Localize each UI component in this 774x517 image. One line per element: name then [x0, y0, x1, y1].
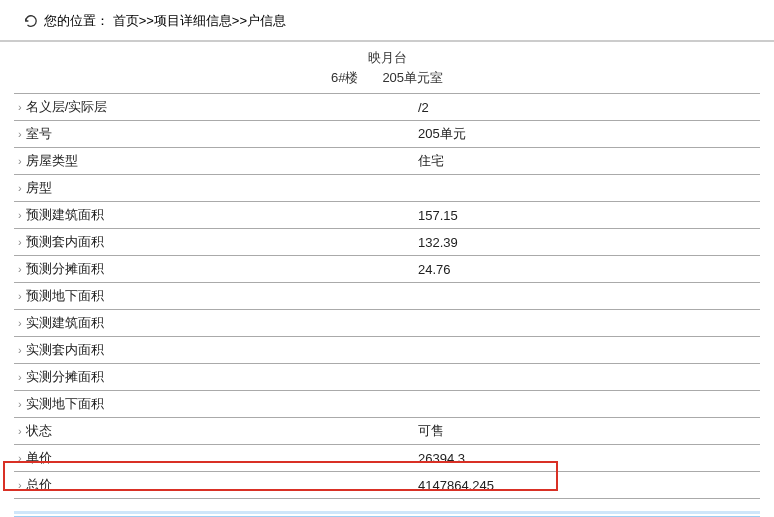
- row-marker-icon: ›: [18, 263, 22, 275]
- row-label: 预测地下面积: [26, 288, 104, 303]
- row-label-cell: ›总价: [14, 472, 414, 499]
- row-label-cell: ›名义层/实际层: [14, 94, 414, 121]
- row-label: 总价: [26, 477, 52, 492]
- breadcrumb-sep1: >>: [139, 13, 154, 28]
- table-row: ›室号 205单元: [14, 121, 760, 148]
- table-header: 映月台 6#楼205单元室: [14, 42, 760, 94]
- table-row: ›预测分摊面积 24.76: [14, 256, 760, 283]
- row-label-cell: ›实测地下面积: [14, 391, 414, 418]
- breadcrumb-text: 您的位置： 首页>>项目详细信息>>户信息: [44, 12, 286, 30]
- breadcrumb-prefix: 您的位置：: [44, 13, 109, 28]
- row-label: 名义层/实际层: [26, 99, 108, 114]
- row-marker-icon: ›: [18, 101, 22, 113]
- row-value: 住宅: [414, 148, 760, 175]
- row-label: 房屋类型: [26, 153, 78, 168]
- footer-bars: [0, 511, 774, 517]
- row-label: 单价: [26, 450, 52, 465]
- row-label-cell: ›预测分摊面积: [14, 256, 414, 283]
- row-value: 4147864.245: [414, 472, 760, 499]
- breadcrumb-unit[interactable]: 户信息: [247, 13, 286, 28]
- table-row-highlighted: ›单价 26394.3: [14, 445, 760, 472]
- row-marker-icon: ›: [18, 371, 22, 383]
- row-label-cell: ›预测地下面积: [14, 283, 414, 310]
- table-row: ›预测套内面积 132.39: [14, 229, 760, 256]
- breadcrumb: 您的位置： 首页>>项目详细信息>>户信息: [0, 0, 774, 42]
- row-label: 预测套内面积: [26, 234, 104, 249]
- row-label-cell: ›房屋类型: [14, 148, 414, 175]
- row-label: 房型: [26, 180, 52, 195]
- row-label-cell: ›实测套内面积: [14, 337, 414, 364]
- row-value: [414, 175, 760, 202]
- row-label: 实测建筑面积: [26, 315, 104, 330]
- row-marker-icon: ›: [18, 317, 22, 329]
- row-marker-icon: ›: [18, 209, 22, 221]
- row-label-cell: ›单价: [14, 445, 414, 472]
- row-value: 157.15: [414, 202, 760, 229]
- refresh-icon: [24, 14, 38, 28]
- table-row: ›实测套内面积: [14, 337, 760, 364]
- row-label-cell: ›室号: [14, 121, 414, 148]
- row-value: [414, 283, 760, 310]
- row-value: 可售: [414, 418, 760, 445]
- footer-bar-thin: [14, 511, 760, 514]
- table-row: ›预测地下面积: [14, 283, 760, 310]
- table-row: ›状态 可售: [14, 418, 760, 445]
- row-value: 26394.3: [414, 445, 760, 472]
- row-value: 205单元: [414, 121, 760, 148]
- table-row: ›实测分摊面积: [14, 364, 760, 391]
- row-marker-icon: ›: [18, 479, 22, 491]
- table-row: ›实测建筑面积: [14, 310, 760, 337]
- row-marker-icon: ›: [18, 425, 22, 437]
- table-row: ›名义层/实际层 /2: [14, 94, 760, 121]
- table-row: ›房屋类型 住宅: [14, 148, 760, 175]
- row-label-cell: ›预测套内面积: [14, 229, 414, 256]
- data-table: ›名义层/实际层 /2 ›室号 205单元 ›房屋类型 住宅 ›房型 ›预测建筑…: [14, 94, 760, 499]
- table-row: ›房型: [14, 175, 760, 202]
- row-value: 132.39: [414, 229, 760, 256]
- row-marker-icon: ›: [18, 236, 22, 248]
- row-label-cell: ›预测建筑面积: [14, 202, 414, 229]
- table-row: ›预测建筑面积 157.15: [14, 202, 760, 229]
- row-label: 状态: [26, 423, 52, 438]
- row-marker-icon: ›: [18, 128, 22, 140]
- row-label: 预测分摊面积: [26, 261, 104, 276]
- row-marker-icon: ›: [18, 344, 22, 356]
- row-value: /2: [414, 94, 760, 121]
- row-label-cell: ›实测建筑面积: [14, 310, 414, 337]
- row-value: [414, 391, 760, 418]
- row-value: 24.76: [414, 256, 760, 283]
- row-label: 实测地下面积: [26, 396, 104, 411]
- row-marker-icon: ›: [18, 155, 22, 167]
- row-label-cell: ›房型: [14, 175, 414, 202]
- table-row: ›总价 4147864.245: [14, 472, 760, 499]
- breadcrumb-home[interactable]: 首页: [113, 13, 139, 28]
- row-label: 实测套内面积: [26, 342, 104, 357]
- content-area: 映月台 6#楼205单元室 ›名义层/实际层 /2 ›室号 205单元 ›房屋类…: [0, 42, 774, 499]
- row-value: [414, 364, 760, 391]
- unit-label: 205单元室: [382, 70, 443, 85]
- row-label-cell: ›状态: [14, 418, 414, 445]
- row-value: [414, 310, 760, 337]
- breadcrumb-sep2: >>: [232, 13, 247, 28]
- row-label-cell: ›实测分摊面积: [14, 364, 414, 391]
- project-subtitle: 6#楼205单元室: [14, 68, 760, 88]
- row-marker-icon: ›: [18, 398, 22, 410]
- row-label: 预测建筑面积: [26, 207, 104, 222]
- row-marker-icon: ›: [18, 182, 22, 194]
- table-row: ›实测地下面积: [14, 391, 760, 418]
- row-value: [414, 337, 760, 364]
- building-label: 6#楼: [331, 70, 358, 85]
- row-label: 实测分摊面积: [26, 369, 104, 384]
- breadcrumb-project[interactable]: 项目详细信息: [154, 13, 232, 28]
- row-marker-icon: ›: [18, 290, 22, 302]
- row-label: 室号: [26, 126, 52, 141]
- project-title: 映月台: [14, 48, 760, 68]
- row-marker-icon: ›: [18, 452, 22, 464]
